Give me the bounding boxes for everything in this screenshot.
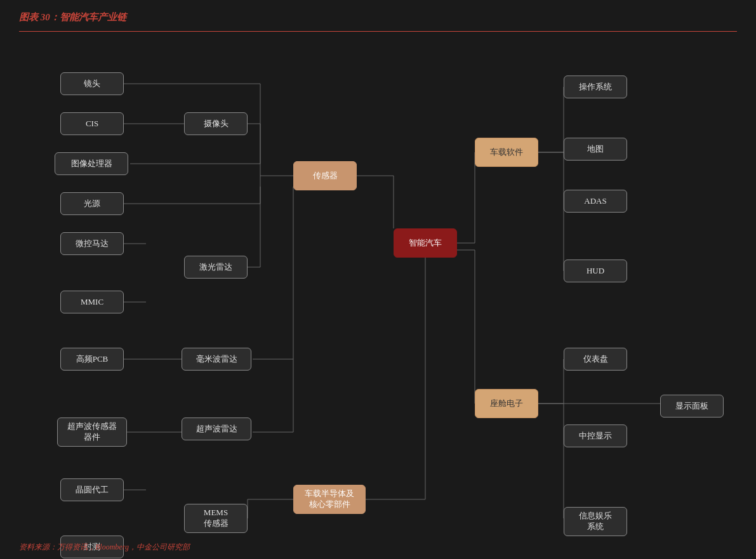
box-guangyuan: 光源: [60, 192, 124, 215]
box-chuanganqi: 传感器: [293, 161, 357, 190]
box-jingyuan: 晶圆代工: [60, 478, 124, 501]
connector-lines: [19, 34, 736, 542]
box-cis: CIS: [60, 112, 124, 135]
box-tuxiang: 图像处理器: [55, 152, 128, 175]
box-xianshi: 显示面板: [660, 395, 724, 418]
box-chezan: 车载半导体及 核心零部件: [293, 485, 366, 514]
diagram-area: 镜头 CIS 图像处理器 光源 微控马达 MMIC 高频PCB 超声波传感器 器…: [19, 34, 736, 542]
box-mems: MEMS 传感器: [184, 504, 248, 533]
box-jiantou: 镜头: [60, 72, 124, 95]
footer-text: 资料来源：万得资讯，Bloomberg，中金公司研究部: [19, 542, 190, 553]
title-underline: [19, 31, 737, 32]
box-zhinengqiche: 智能汽车: [394, 228, 457, 258]
box-gaoPCB: 高频PCB: [60, 348, 124, 371]
box-chaoshengboleida: 超声波雷达: [182, 418, 251, 440]
chart-title: 图表 30：智能汽车产业链: [19, 11, 126, 23]
box-ditu: 地图: [564, 138, 627, 161]
box-zhongkong: 中控显示: [564, 424, 627, 447]
box-adas: ADAS: [564, 190, 627, 213]
box-hud: HUD: [564, 260, 627, 282]
title-section: 图表 30：智能汽车产业链: [19, 11, 737, 32]
page: 图表 30：智能汽车产业链: [0, 0, 756, 559]
box-jiguangleida: 激光雷达: [184, 256, 248, 279]
box-mmic: MMIC: [60, 291, 124, 313]
box-haomibo: 毫米波雷达: [182, 348, 251, 371]
box-shexiangtou: 摄像头: [184, 112, 248, 135]
box-weikong: 微控马达: [60, 232, 124, 255]
box-yibiaopan: 仪表盘: [564, 348, 627, 371]
box-caozuoxitong: 操作系统: [564, 76, 627, 98]
box-chezairanjian: 车载软件: [475, 138, 538, 167]
box-xinxi: 信息娱乐 系统: [564, 507, 627, 536]
box-chaoshengbo: 超声波传感器 器件: [57, 418, 127, 447]
box-zuocang: 座舱电子: [475, 389, 538, 418]
